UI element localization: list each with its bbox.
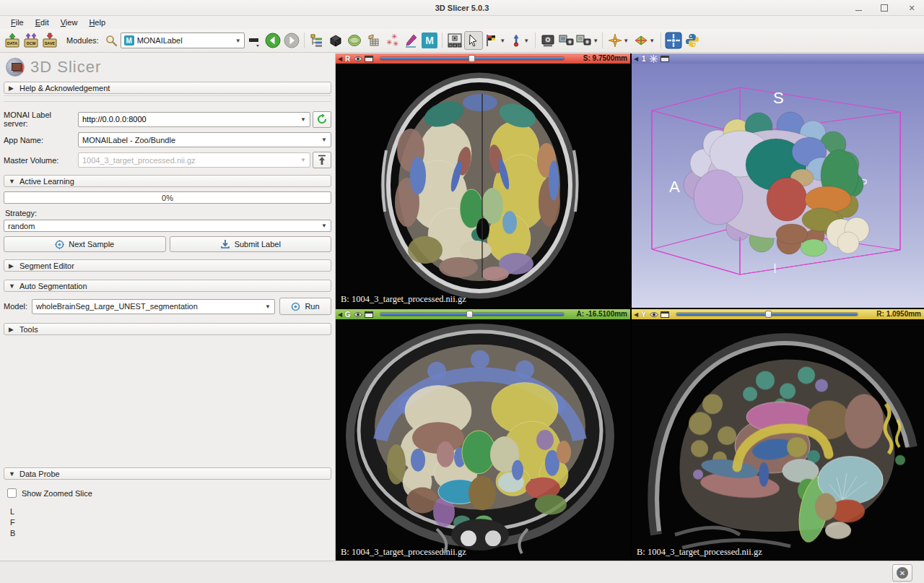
- volumes-icon[interactable]: [326, 31, 345, 50]
- chevron-down-icon[interactable]: ▼: [300, 116, 306, 123]
- crosshair-icon[interactable]: ▼: [606, 31, 632, 50]
- red-slice-offset: S: 9.7500mm: [583, 54, 627, 62]
- chevron-down-icon: ▼: [300, 157, 306, 163]
- pin-icon[interactable]: ◀: [338, 311, 342, 318]
- window-title: 3D Slicer 5.0.3: [435, 4, 489, 12]
- visibility-eye-icon[interactable]: [353, 55, 362, 63]
- auto-segmentation-header[interactable]: ▼ Auto Segmentation: [4, 280, 331, 292]
- transforms-icon[interactable]: [364, 31, 383, 50]
- red-slice-viewport[interactable]: B: 1004_3_target_processed.nii.gz: [336, 64, 630, 308]
- next-sample-label: Next Sample: [69, 240, 114, 249]
- place-flag-icon[interactable]: ▼: [483, 31, 507, 50]
- python-console-icon[interactable]: [683, 31, 702, 50]
- tools-label: Tools: [19, 325, 38, 334]
- view-menu-icon[interactable]: [661, 311, 669, 318]
- svg-text:SAVE: SAVE: [45, 41, 56, 46]
- green-slice-slider[interactable]: [380, 311, 564, 317]
- restore-view-icon[interactable]: ▼: [576, 31, 599, 50]
- server-label: MONAI Label server:: [4, 111, 76, 128]
- module-selector-combobox[interactable]: M MONAILabel ▼: [121, 33, 245, 48]
- show-zoomed-slice-checkbox[interactable]: [7, 488, 17, 498]
- menu-edit[interactable]: Edit: [30, 17, 54, 27]
- slice-intersection-icon[interactable]: ▼: [632, 31, 658, 50]
- segment-editor-header[interactable]: ▶ Segment Editor: [4, 259, 331, 272]
- view-menu-icon[interactable]: [365, 311, 373, 318]
- monailabel-toolbar-icon[interactable]: M: [420, 31, 439, 50]
- pin-icon[interactable]: ◀: [338, 56, 342, 62]
- module-selected-label: MONAILabel: [137, 36, 232, 45]
- red-slice-slider[interactable]: [380, 56, 564, 61]
- yellow-volume-annotation: B: 1004_3_target_processed.nii.gz: [637, 547, 762, 558]
- load-data-icon[interactable]: DATA: [3, 31, 22, 50]
- cursor-icon[interactable]: [464, 31, 483, 50]
- chevron-down-icon: ▼: [321, 223, 327, 229]
- visibility-eye-icon[interactable]: [649, 311, 658, 319]
- green-slice-controller: ◀ G A: -16.5100mm: [336, 309, 630, 319]
- run-button[interactable]: Run: [279, 298, 331, 315]
- module-back-icon[interactable]: [263, 31, 282, 50]
- pin-icon[interactable]: ◀: [634, 311, 638, 318]
- probe-row-b: B: [10, 528, 335, 539]
- submit-label-button[interactable]: Submit Label: [170, 236, 332, 252]
- menu-view[interactable]: View: [56, 17, 83, 27]
- collapse-arrow-icon: ▶: [9, 262, 14, 269]
- yellow-slice-viewport[interactable]: B: 1004_3_target_processed.nii.gz: [632, 319, 924, 561]
- threed-viewport[interactable]: P: [632, 64, 924, 308]
- close-button[interactable]: ✕: [907, 3, 917, 13]
- view-menu-icon[interactable]: [365, 56, 373, 62]
- data-probe-header[interactable]: ▼ Data Probe: [4, 467, 331, 480]
- center-view-icon[interactable]: [649, 55, 658, 63]
- app-name-combobox[interactable]: MONAILabel - Zoo/Bundle ▼: [78, 132, 331, 147]
- place-point-icon[interactable]: ▼: [507, 31, 532, 50]
- upload-volume-button[interactable]: [313, 152, 331, 168]
- green-slice-viewport[interactable]: B: 1004_3_target_processed.nii.gz: [336, 319, 630, 561]
- menu-help[interactable]: Help: [84, 17, 110, 27]
- master-volume-value: 1004_3_target_processed.nii.gz: [82, 156, 297, 165]
- svg-text:M: M: [425, 35, 434, 46]
- scene-view-icon[interactable]: [557, 31, 576, 50]
- view-menu-icon[interactable]: [661, 56, 669, 62]
- error-log-button[interactable]: ✕: [892, 564, 912, 582]
- server-input[interactable]: [82, 115, 297, 124]
- green-view-label: G: [344, 311, 351, 319]
- yellow-slice-slider[interactable]: [676, 311, 858, 317]
- save-icon[interactable]: SAVE: [40, 31, 59, 50]
- menu-file[interactable]: File: [6, 17, 29, 27]
- tools-header[interactable]: ▶ Tools: [4, 323, 331, 335]
- strategy-combobox[interactable]: random ▼: [4, 220, 331, 232]
- svg-text:DATA: DATA: [7, 41, 17, 46]
- next-sample-button[interactable]: Next Sample: [4, 236, 166, 252]
- app-name-value: MONAILabel - Zoo/Bundle: [82, 136, 318, 144]
- visibility-eye-icon[interactable]: [353, 311, 362, 319]
- maximize-button[interactable]: [881, 4, 888, 12]
- models-icon[interactable]: [345, 31, 364, 50]
- module-search-icon[interactable]: [102, 31, 121, 50]
- segment-editor-label: Segment Editor: [19, 262, 74, 270]
- progress-value: 0%: [162, 194, 173, 202]
- help-section-header[interactable]: ▶ Help & Acknowledgement: [4, 82, 331, 94]
- module-history-icon[interactable]: [245, 31, 263, 50]
- training-progress-bar: 0%: [4, 191, 331, 204]
- active-learning-header[interactable]: ▼ Active Learning: [4, 175, 331, 187]
- load-dicom-icon[interactable]: DCM: [22, 31, 40, 50]
- yellow-slice-offset: R: 1.0950mm: [876, 310, 921, 318]
- submit-label-label: Submit Label: [235, 240, 281, 249]
- minimize-button[interactable]: [855, 6, 862, 11]
- auto-segmentation-label: Auto Segmentation: [19, 282, 87, 290]
- subject-hierarchy-icon[interactable]: [308, 31, 326, 50]
- screenshot-icon[interactable]: [539, 31, 557, 50]
- chevron-down-icon: ▼: [321, 137, 327, 143]
- help-section-label: Help & Acknowledgement: [19, 84, 110, 92]
- model-combobox[interactable]: wholeBrainSeg_Large_UNEST_segmentation ▼: [32, 299, 275, 314]
- modules-label: Modules:: [66, 36, 99, 45]
- markups-icon[interactable]: ✳✳✳: [383, 31, 401, 50]
- layout-icon[interactable]: [445, 31, 464, 50]
- server-combobox[interactable]: ▼: [78, 112, 310, 127]
- red-view-label: R: [344, 55, 351, 63]
- annotations-icon[interactable]: [401, 31, 420, 50]
- pin-icon[interactable]: ◀: [634, 56, 638, 62]
- module-forward-icon[interactable]: [282, 31, 301, 50]
- refresh-server-button[interactable]: [313, 111, 331, 128]
- extensions-icon[interactable]: [664, 31, 683, 50]
- slicer-logo-icon: [6, 58, 25, 77]
